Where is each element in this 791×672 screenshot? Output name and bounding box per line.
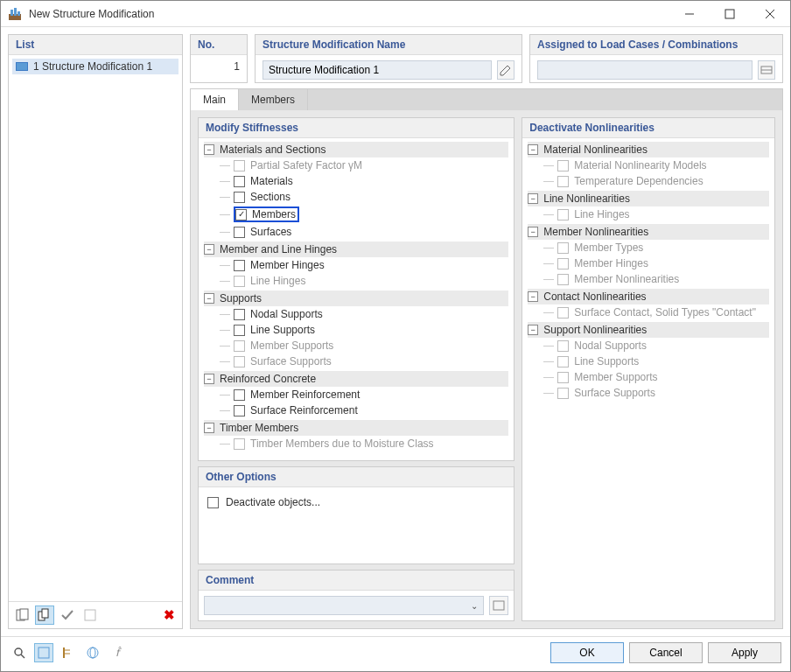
tree-group-header[interactable]: −Timber Members <box>204 420 508 436</box>
collapse-icon[interactable]: − <box>528 144 538 155</box>
minimize-button[interactable] <box>669 1 710 27</box>
tree-item-label: Line Supports <box>250 324 315 336</box>
tree-group-label: Contact Nonlinearities <box>543 290 646 303</box>
checkbox <box>557 242 569 254</box>
tree-icon[interactable] <box>59 643 78 662</box>
checkbox[interactable] <box>234 405 245 416</box>
name-header: Structure Modification Name <box>256 35 522 55</box>
edit-name-icon[interactable] <box>497 60 514 80</box>
tree-connector-icon <box>220 281 230 282</box>
tree-group-header[interactable]: −Contact Nonlinearities <box>528 289 769 304</box>
tree-item-label: Member Reinforcement <box>250 388 360 401</box>
ok-button[interactable]: OK <box>550 642 624 663</box>
list-panel: List 1 Structure Modification 1 ✖ <box>8 34 183 629</box>
maximize-button[interactable] <box>710 1 750 27</box>
tree-item-label: Surfaces <box>250 226 291 238</box>
checkbox[interactable] <box>234 176 245 187</box>
checkbox <box>234 438 245 450</box>
cancel-button[interactable]: Cancel <box>629 642 703 663</box>
deactivate-tree: −Material NonlinearitiesMaterial Nonline… <box>522 138 774 410</box>
collapse-icon[interactable]: − <box>528 325 538 335</box>
tree-item: Member Nonlinearities <box>543 271 769 287</box>
checkbox[interactable] <box>234 389 245 401</box>
uncheck-icon[interactable] <box>80 606 100 625</box>
collapse-icon[interactable]: − <box>528 227 538 237</box>
comment-combo[interactable]: ⌄ <box>204 596 484 615</box>
tree-connector-icon <box>543 214 554 215</box>
check-icon[interactable] <box>58 606 77 625</box>
checkbox[interactable] <box>234 227 245 238</box>
collapse-icon[interactable]: − <box>204 144 214 155</box>
tree-item[interactable]: Line Supports <box>220 322 508 338</box>
chevron-down-icon: ⌄ <box>471 601 478 611</box>
tree-connector-icon <box>543 312 554 313</box>
assigned-input[interactable] <box>537 60 752 80</box>
collapse-icon[interactable]: − <box>528 193 538 204</box>
close-button[interactable] <box>750 1 790 27</box>
tree-item[interactable]: Nodal Supports <box>220 306 508 322</box>
checkbox[interactable] <box>235 209 247 220</box>
tree-connector-icon <box>220 410 230 411</box>
tree-item[interactable]: Members <box>220 205 508 224</box>
tree-group-header[interactable]: −Line Nonlinearities <box>528 191 769 206</box>
tree-item-label: Surface Supports <box>574 387 655 399</box>
tree-connector-icon <box>220 346 230 346</box>
tree-group-header[interactable]: −Supports <box>204 290 508 306</box>
collapse-icon[interactable]: − <box>528 291 538 302</box>
svg-rect-3 <box>18 11 20 16</box>
dialog-body: List 1 Structure Modification 1 ✖ No. <box>1 27 790 636</box>
copy-icon[interactable] <box>35 606 54 625</box>
function-icon[interactable]: f̂ <box>108 643 127 662</box>
checkbox[interactable] <box>234 260 245 271</box>
tree-group-header[interactable]: −Member and Line Hinges <box>204 242 508 257</box>
tab-main[interactable]: Main <box>191 89 239 110</box>
tree-item[interactable]: Member Reinforcement <box>220 387 508 402</box>
tabs-area: Main Members Modify Stiffnesses −Materia… <box>190 88 783 629</box>
tree-connector-icon <box>220 330 230 331</box>
globe-icon[interactable] <box>83 643 102 662</box>
tree-item[interactable]: Surfaces <box>220 224 508 240</box>
collapse-icon[interactable]: − <box>204 374 214 384</box>
tree-item[interactable]: Materials <box>220 173 508 189</box>
collapse-icon[interactable]: − <box>204 293 214 304</box>
checkbox[interactable] <box>234 309 245 320</box>
svg-point-23 <box>90 648 95 658</box>
svg-point-16 <box>15 648 22 655</box>
checkbox <box>557 372 569 383</box>
checkbox[interactable] <box>234 192 245 203</box>
tree-group-header[interactable]: −Materials and Sections <box>204 142 508 158</box>
deactivate-objects-checkbox[interactable] <box>207 497 219 508</box>
tree-item[interactable]: Surface Reinforcement <box>220 402 508 418</box>
tree-group-header[interactable]: −Support Nonlinearities <box>528 322 769 338</box>
name-input[interactable] <box>262 60 492 80</box>
grid-icon[interactable] <box>34 643 53 662</box>
delete-icon[interactable]: ✖ <box>159 606 178 625</box>
deactivate-title: Deactivate Nonlinearities <box>522 118 774 138</box>
no-box: No. 1 <box>190 34 248 83</box>
tree-item-label: Material Nonlinearity Models <box>574 159 706 172</box>
no-header: No. <box>191 35 247 55</box>
checkbox <box>557 388 569 399</box>
tree-connector-icon <box>543 181 554 182</box>
tab-members[interactable]: Members <box>239 89 308 110</box>
checkbox[interactable] <box>234 325 245 336</box>
tree-item-label: Materials <box>250 175 293 187</box>
checkbox <box>557 340 569 352</box>
new-icon[interactable] <box>12 606 32 625</box>
tree-item[interactable]: Member Hinges <box>220 257 508 273</box>
apply-button[interactable]: Apply <box>708 642 781 663</box>
tree-group-header[interactable]: −Material Nonlinearities <box>528 142 769 158</box>
tree-connector-icon <box>543 346 554 346</box>
collapse-icon[interactable]: − <box>204 423 214 433</box>
collapse-icon[interactable]: − <box>204 244 214 255</box>
tree-item[interactable]: Sections <box>220 189 508 205</box>
tree-group-header[interactable]: −Reinforced Concrete <box>204 371 508 387</box>
titlebar: New Structure Modification <box>1 1 790 27</box>
search-icon[interactable] <box>10 643 29 662</box>
comment-apply-icon[interactable] <box>489 596 508 615</box>
tree-item-label: Line Hinges <box>574 208 629 220</box>
list-item[interactable]: 1 Structure Modification 1 <box>12 59 178 74</box>
assigned-browse-icon[interactable] <box>758 60 775 80</box>
tree-group-header[interactable]: −Member Nonlinearities <box>528 224 769 240</box>
tree-item-label: Member Hinges <box>574 257 648 270</box>
